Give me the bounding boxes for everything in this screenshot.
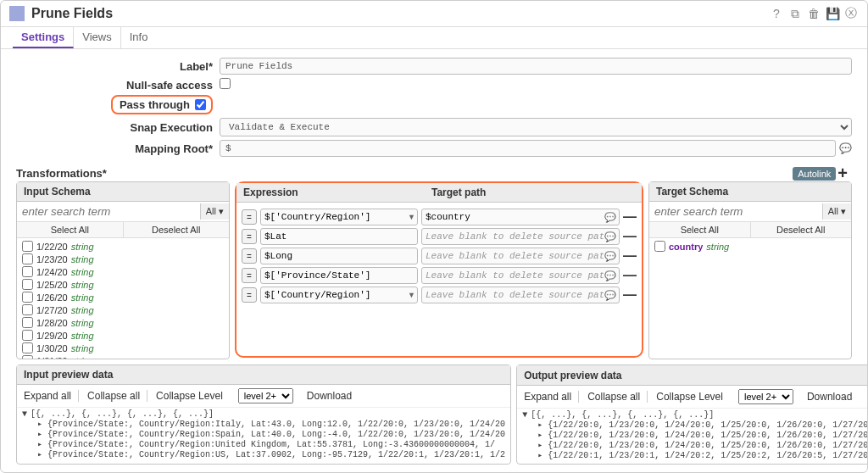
autolink-button[interactable]: Autolink (793, 167, 836, 181)
schema-checkbox[interactable] (22, 330, 33, 341)
output-preview-panel: Output preview data ⟳ Expand all Collaps… (516, 364, 868, 465)
remove-row-icon[interactable]: — (623, 229, 637, 244)
target-deselect-all-button[interactable]: Deselect All (751, 222, 852, 237)
nullsafe-label: Null-safe access (16, 79, 220, 92)
add-row-icon[interactable]: + (837, 164, 848, 183)
input-select-all-button[interactable]: Select All (17, 222, 124, 237)
mapping-row: =▼💬— (242, 287, 637, 303)
input-collapse-level-select[interactable]: level 2+ (238, 388, 293, 403)
schema-item[interactable]: 1/27/20string (19, 303, 227, 316)
schema-item[interactable]: 1/23/20string (19, 253, 227, 265)
input-schema-search[interactable] (17, 202, 200, 221)
schema-item[interactable]: 1/30/20string (19, 342, 227, 354)
expression-input[interactable] (260, 228, 418, 245)
schema-checkbox[interactable] (22, 279, 33, 290)
delete-icon[interactable]: 🗑 (806, 6, 821, 21)
suggest-icon[interactable]: 💬 (604, 231, 616, 242)
schema-checkbox[interactable] (22, 355, 33, 359)
targetpath-input[interactable] (421, 209, 620, 225)
schema-item[interactable]: 1/25/20string (19, 278, 227, 291)
schema-field-name: 1/24/20 (36, 267, 68, 277)
schema-item[interactable]: 1/26/20string (19, 291, 227, 303)
suggest-icon[interactable]: 💬 (604, 212, 616, 223)
schema-checkbox[interactable] (22, 253, 33, 264)
schema-checkbox[interactable] (654, 241, 665, 252)
targetpath-input[interactable] (421, 248, 620, 264)
save-icon[interactable]: 💾 (825, 6, 840, 21)
transformations-label: Transformations* (1, 162, 867, 181)
expression-toggle[interactable]: = (242, 268, 257, 283)
schema-checkbox[interactable] (22, 342, 33, 353)
input-collapse-all[interactable]: Collapse all (87, 390, 147, 402)
output-download[interactable]: Download (807, 391, 859, 403)
output-preview-body[interactable]: ▼[{, ...}, {, ...}, {, ...}, {, ...}] ▸ … (517, 409, 868, 464)
targetpath-input[interactable] (421, 267, 620, 284)
target-schema-search[interactable] (649, 202, 822, 221)
input-schema-list[interactable]: 1/22/20string1/23/20string1/24/20string1… (17, 238, 229, 359)
copy-icon[interactable]: ⧉ (787, 6, 803, 21)
help-icon[interactable]: ? (769, 6, 784, 21)
output-expand-all[interactable]: Expand all (524, 391, 579, 403)
target-schema-all-button[interactable]: All ▾ (822, 203, 851, 220)
schema-field-type: string (706, 242, 729, 252)
target-select-all-button[interactable]: Select All (649, 222, 751, 237)
expression-input[interactable] (260, 267, 418, 284)
expression-input[interactable] (260, 248, 418, 264)
schema-item[interactable]: 1/24/20string (19, 265, 227, 278)
passthrough-checkbox[interactable] (195, 99, 206, 110)
suggest-icon[interactable]: 💬 (604, 270, 616, 281)
targetpath-input[interactable] (421, 287, 620, 303)
expression-toggle[interactable]: = (242, 209, 257, 225)
snapexec-select[interactable]: Validate & Execute (220, 118, 852, 136)
schema-item[interactable]: countrystring (651, 240, 849, 253)
remove-row-icon[interactable]: — (623, 209, 637, 225)
schema-field-type: string (71, 254, 94, 264)
nullsafe-checkbox[interactable] (220, 78, 231, 89)
schema-item[interactable]: 1/31/20string (19, 354, 227, 359)
remove-row-icon[interactable]: — (623, 287, 637, 303)
label-input[interactable] (220, 58, 852, 75)
suggest-icon[interactable]: 💬 (604, 251, 616, 262)
tab-info[interactable]: Info (121, 27, 157, 48)
input-download[interactable]: Download (307, 390, 359, 402)
input-expand-all[interactable]: Expand all (24, 390, 79, 402)
remove-row-icon[interactable]: — (623, 248, 637, 264)
output-collapse-level-select[interactable]: level 2+ (738, 389, 793, 404)
mapping-row: =💬— (242, 248, 637, 264)
suggest-icon[interactable]: 💬 (604, 290, 616, 301)
tab-settings[interactable]: Settings (13, 27, 74, 48)
expression-toggle[interactable]: = (242, 229, 257, 244)
expression-toggle[interactable]: = (242, 287, 257, 303)
expression-input[interactable] (260, 209, 418, 225)
schema-field-name: 1/28/20 (36, 318, 68, 328)
targetpath-input[interactable] (421, 228, 620, 245)
schema-field-name: 1/30/20 (36, 343, 68, 353)
tab-bar: Settings Views Info (1, 27, 867, 49)
passthrough-label: Pass through (120, 98, 190, 111)
schema-checkbox[interactable] (22, 266, 33, 277)
expression-toggle[interactable]: = (242, 248, 257, 264)
maproot-input[interactable] (220, 140, 836, 157)
input-schema-header: Input Schema (17, 182, 229, 202)
schema-checkbox[interactable] (22, 292, 33, 303)
schema-checkbox[interactable] (22, 317, 33, 328)
input-deselect-all-button[interactable]: Deselect All (124, 222, 230, 237)
input-preview-body[interactable]: ▼[{, ...}, {, ...}, {, ...}, {, ...}] ▸ … (17, 408, 510, 464)
mapping-row: =💬— (242, 267, 637, 284)
schema-field-type: string (71, 356, 94, 359)
schema-checkbox[interactable] (22, 304, 33, 315)
input-schema-all-button[interactable]: All ▾ (200, 203, 229, 220)
mapping-rows: =▼💬—=💬—=💬—=💬—=▼💬— (236, 203, 642, 309)
schema-item[interactable]: 1/22/20string (19, 240, 227, 253)
remove-row-icon[interactable]: — (623, 268, 637, 283)
schema-item[interactable]: 1/29/20string (19, 329, 227, 342)
property-form: Label* Null-safe access Pass through Sna… (1, 49, 867, 162)
tab-views[interactable]: Views (74, 27, 120, 48)
close-icon[interactable]: ⓧ (843, 6, 859, 21)
schema-item[interactable]: 1/28/20string (19, 316, 227, 329)
suggest-icon[interactable]: 💬 (839, 142, 852, 154)
maproot-label: Mapping Root* (16, 142, 220, 155)
output-collapse-all[interactable]: Collapse all (587, 391, 648, 403)
schema-checkbox[interactable] (22, 241, 33, 252)
expression-input[interactable] (260, 287, 418, 303)
